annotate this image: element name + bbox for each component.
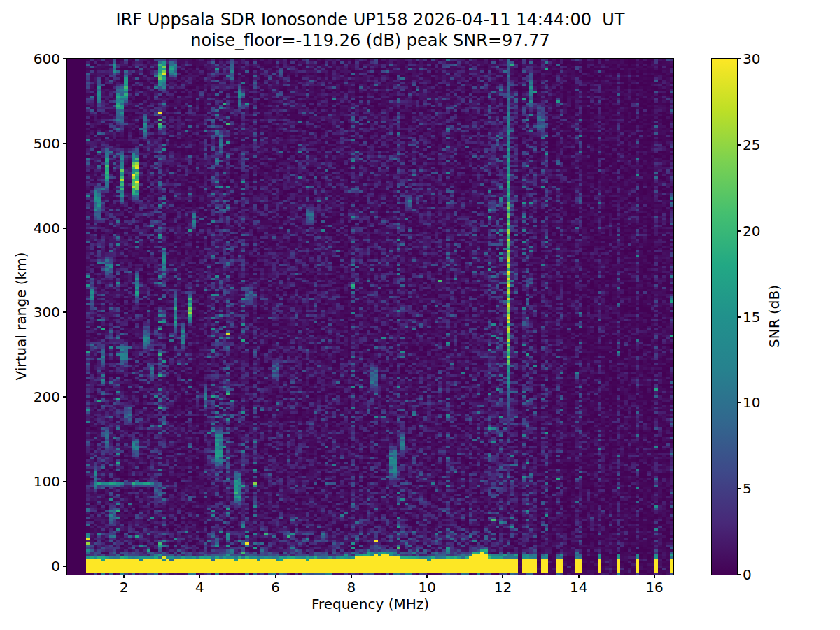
y-tick-mark — [63, 566, 66, 567]
colorbar-tick-label: 15 — [743, 309, 760, 326]
colorbar-tick-mark — [737, 488, 741, 489]
y-tick-mark — [63, 312, 66, 313]
x-axis-label: Frequency (MHz) — [67, 596, 673, 612]
x-tick-mark — [578, 575, 580, 578]
x-tick-label: 8 — [330, 579, 372, 596]
x-tick-label: 2 — [103, 579, 145, 596]
x-tick-mark — [351, 575, 352, 578]
x-tick-mark — [275, 575, 276, 578]
colorbar — [711, 58, 738, 575]
x-tick-mark — [199, 575, 200, 578]
x-tick-label: 12 — [482, 579, 524, 596]
x-tick-mark — [502, 575, 503, 578]
colorbar-label: SNR (dB) — [766, 285, 783, 348]
y-tick-mark — [63, 58, 66, 59]
heatmap-canvas — [67, 59, 673, 575]
x-tick-label: 4 — [178, 579, 220, 596]
colorbar-tick-mark — [737, 316, 741, 318]
colorbar-tick-label: 0 — [743, 566, 752, 583]
chart-subtitle: noise_floor=-119.26 (dB) peak SNR=97.77 — [67, 30, 673, 51]
chart-title: IRF Uppsala SDR Ionosonde UP158 2026-04-… — [67, 9, 673, 30]
y-tick-mark — [63, 481, 66, 482]
colorbar-tick-mark — [737, 230, 741, 232]
x-tick-label: 14 — [558, 579, 600, 596]
y-tick-mark — [63, 227, 66, 229]
colorbar-tick-label: 20 — [743, 223, 760, 239]
y-tick-label: 400 — [25, 220, 60, 237]
x-tick-label: 6 — [255, 579, 297, 596]
y-tick-label: 300 — [25, 304, 60, 321]
y-tick-label: 0 — [25, 558, 60, 575]
y-tick-label: 600 — [25, 50, 60, 67]
y-tick-label: 100 — [25, 473, 60, 490]
x-tick-mark — [654, 575, 655, 578]
colorbar-tick-label: 25 — [743, 136, 760, 153]
y-tick-mark — [63, 143, 66, 144]
y-tick-mark — [63, 396, 66, 398]
y-tick-label: 500 — [25, 135, 60, 152]
x-tick-mark — [123, 575, 125, 578]
x-tick-label: 10 — [406, 579, 448, 596]
colorbar-tick-label: 10 — [743, 394, 760, 411]
colorbar-tick-mark — [737, 574, 741, 575]
colorbar-tick-mark — [737, 402, 741, 403]
x-tick-label: 16 — [634, 579, 676, 596]
x-tick-mark — [426, 575, 428, 578]
y-tick-label: 200 — [25, 388, 60, 405]
ionogram-figure: IRF Uppsala SDR Ionosonde UP158 2026-04-… — [0, 0, 840, 630]
colorbar-tick-label: 30 — [743, 50, 760, 67]
colorbar-tick-mark — [737, 58, 741, 59]
colorbar-tick-label: 5 — [743, 480, 752, 497]
colorbar-gradient — [712, 59, 737, 575]
colorbar-tick-mark — [737, 144, 741, 146]
chart-title-block: IRF Uppsala SDR Ionosonde UP158 2026-04-… — [67, 9, 673, 51]
plot-area — [66, 58, 674, 575]
